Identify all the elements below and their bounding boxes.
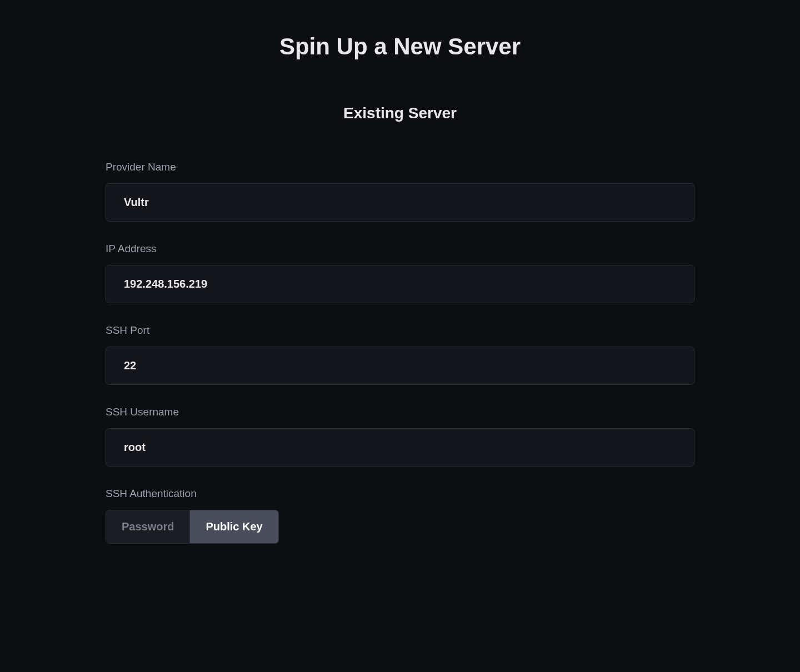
ssh-auth-option-public-key[interactable]: Public Key	[190, 510, 278, 543]
ssh-username-label: SSH Username	[106, 406, 694, 418]
form-group-provider-name: Provider Name	[106, 161, 694, 222]
form-group-ssh-username: SSH Username	[106, 406, 694, 467]
ssh-auth-toggle-group: Password Public Key	[106, 510, 279, 544]
ssh-port-input[interactable]	[106, 347, 694, 385]
ssh-auth-label: SSH Authentication	[106, 488, 694, 500]
form-group-ssh-port: SSH Port	[106, 324, 694, 385]
ssh-auth-option-password[interactable]: Password	[106, 510, 190, 543]
ssh-port-label: SSH Port	[106, 324, 694, 337]
ip-address-input[interactable]	[106, 265, 694, 303]
ip-address-label: IP Address	[106, 243, 694, 255]
provider-name-label: Provider Name	[106, 161, 694, 173]
section-title: Existing Server	[106, 104, 694, 122]
form-group-ip-address: IP Address	[106, 243, 694, 303]
form-group-ssh-auth: SSH Authentication Password Public Key	[106, 488, 694, 544]
ssh-username-input[interactable]	[106, 428, 694, 467]
provider-name-input[interactable]	[106, 183, 694, 222]
page-title: Spin Up a New Server	[106, 33, 694, 60]
